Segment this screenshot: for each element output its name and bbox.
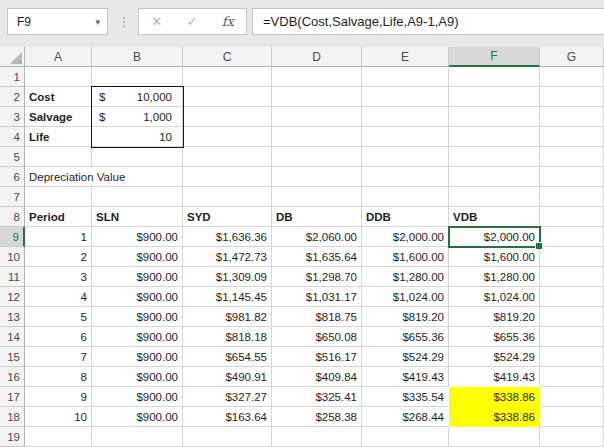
cell-ddb[interactable]: $1,600.00: [362, 247, 449, 267]
name-box-dropdown-icon[interactable]: ▾: [95, 17, 100, 27]
cell-period[interactable]: 4: [25, 287, 92, 307]
cell-g10[interactable]: [540, 247, 604, 267]
cell-d3[interactable]: [272, 107, 362, 127]
row-header-1[interactable]: 1: [0, 67, 25, 87]
cell-g17[interactable]: [540, 387, 604, 407]
cell-c5[interactable]: [183, 147, 272, 167]
cell-period[interactable]: 3: [25, 267, 92, 287]
cell-d1[interactable]: [272, 67, 362, 87]
cell-ddb[interactable]: $655.36: [362, 327, 449, 347]
cell-db[interactable]: $409.84: [272, 367, 362, 387]
cell-vdb-highlighted[interactable]: $338.86: [449, 387, 540, 407]
cell-g7[interactable]: [540, 187, 604, 207]
cell-g11[interactable]: [540, 267, 604, 287]
cell-g9[interactable]: [540, 227, 604, 247]
cell-g5[interactable]: [540, 147, 604, 167]
cell-syd[interactable]: $1,309.09: [183, 267, 272, 287]
cell-a1[interactable]: [25, 67, 92, 87]
cell-vdb-highlighted[interactable]: $338.86: [449, 407, 540, 427]
cell-d7[interactable]: [272, 187, 362, 207]
row-header-2[interactable]: 2: [0, 87, 25, 107]
cell-salvage-label[interactable]: Salvage: [25, 107, 92, 127]
column-header-a[interactable]: A: [25, 47, 92, 67]
cell-f1[interactable]: [449, 67, 540, 87]
cell-life-value[interactable]: 10: [92, 127, 183, 147]
cell-e5[interactable]: [362, 147, 449, 167]
cell-ddb[interactable]: $2,000.00: [362, 227, 449, 247]
cell-syd[interactable]: $981.82: [183, 307, 272, 327]
column-header-f-selected[interactable]: F: [449, 47, 540, 67]
row-header-4[interactable]: 4: [0, 127, 25, 147]
cell-ddb[interactable]: $524.29: [362, 347, 449, 367]
cell-db[interactable]: $1,635.64: [272, 247, 362, 267]
cell-c1[interactable]: [183, 67, 272, 87]
cell-period[interactable]: 1: [25, 227, 92, 247]
cell-sln[interactable]: $900.00: [92, 367, 183, 387]
cell-syd[interactable]: $818.18: [183, 327, 272, 347]
cell-syd[interactable]: $490.91: [183, 367, 272, 387]
header-vdb[interactable]: VDB: [449, 207, 540, 227]
cell-db[interactable]: $818.75: [272, 307, 362, 327]
row-header-17[interactable]: 17: [0, 387, 25, 407]
cell-d6[interactable]: [272, 167, 362, 187]
cell-c4[interactable]: [183, 127, 272, 147]
row-header-6[interactable]: 6: [0, 167, 25, 187]
cell-period[interactable]: 8: [25, 367, 92, 387]
cell-period[interactable]: 6: [25, 327, 92, 347]
cell-syd[interactable]: $163.64: [183, 407, 272, 427]
cell-vdb[interactable]: $524.29: [449, 347, 540, 367]
cell-f5[interactable]: [449, 147, 540, 167]
column-header-e[interactable]: E: [362, 47, 449, 67]
row-header-13[interactable]: 13: [0, 307, 25, 327]
row-header-9-selected[interactable]: 9: [0, 227, 25, 247]
cell-e3[interactable]: [362, 107, 449, 127]
cell-ddb[interactable]: $819.20: [362, 307, 449, 327]
cell-e7[interactable]: [362, 187, 449, 207]
cell-f19[interactable]: [449, 427, 540, 447]
cell-period[interactable]: 7: [25, 347, 92, 367]
row-header-18[interactable]: 18: [0, 407, 25, 427]
cell-f6[interactable]: [449, 167, 540, 187]
cell-b7[interactable]: [92, 187, 183, 207]
formula-input[interactable]: =VDB(Cost,Salvage,Life,A9-1,A9): [252, 8, 604, 35]
cell-syd[interactable]: $1,636.36: [183, 227, 272, 247]
cell-g16[interactable]: [540, 367, 604, 387]
row-header-11[interactable]: 11: [0, 267, 25, 287]
cell-e1[interactable]: [362, 67, 449, 87]
cell-c2[interactable]: [183, 87, 272, 107]
cell-syd[interactable]: $1,145.45: [183, 287, 272, 307]
cell-db[interactable]: $325.41: [272, 387, 362, 407]
cell-g8[interactable]: [540, 207, 604, 227]
cell-db[interactable]: $258.38: [272, 407, 362, 427]
column-header-c[interactable]: C: [183, 47, 272, 67]
row-header-7[interactable]: 7: [0, 187, 25, 207]
cell-db[interactable]: $1,031.17: [272, 287, 362, 307]
cell-vdb-active[interactable]: $2,000.00: [449, 227, 540, 247]
header-period[interactable]: Period: [25, 207, 92, 227]
enter-icon[interactable]: ✓: [186, 14, 197, 29]
cell-g12[interactable]: [540, 287, 604, 307]
cell-vdb[interactable]: $1,024.00: [449, 287, 540, 307]
cell-ddb[interactable]: $1,280.00: [362, 267, 449, 287]
cell-db[interactable]: $2,060.00: [272, 227, 362, 247]
cell-e2[interactable]: [362, 87, 449, 107]
cell-cost-label[interactable]: Cost: [25, 87, 92, 107]
cell-c6[interactable]: [183, 167, 272, 187]
cell-c19[interactable]: [183, 427, 272, 447]
cell-sln[interactable]: $900.00: [92, 347, 183, 367]
cell-period[interactable]: 9: [25, 387, 92, 407]
cell-section-title[interactable]: Depreciation Value: [25, 167, 183, 187]
cell-period[interactable]: 5: [25, 307, 92, 327]
cell-g15[interactable]: [540, 347, 604, 367]
cell-period[interactable]: 10: [25, 407, 92, 427]
cell-g18[interactable]: [540, 407, 604, 427]
cell-sln[interactable]: $900.00: [92, 227, 183, 247]
cancel-icon[interactable]: ✕: [151, 14, 162, 29]
cell-period[interactable]: 2: [25, 247, 92, 267]
cell-db[interactable]: $650.08: [272, 327, 362, 347]
row-header-15[interactable]: 15: [0, 347, 25, 367]
cell-db[interactable]: $1,298.70: [272, 267, 362, 287]
cell-e4[interactable]: [362, 127, 449, 147]
header-db[interactable]: DB: [272, 207, 362, 227]
cell-a19[interactable]: [25, 427, 92, 447]
